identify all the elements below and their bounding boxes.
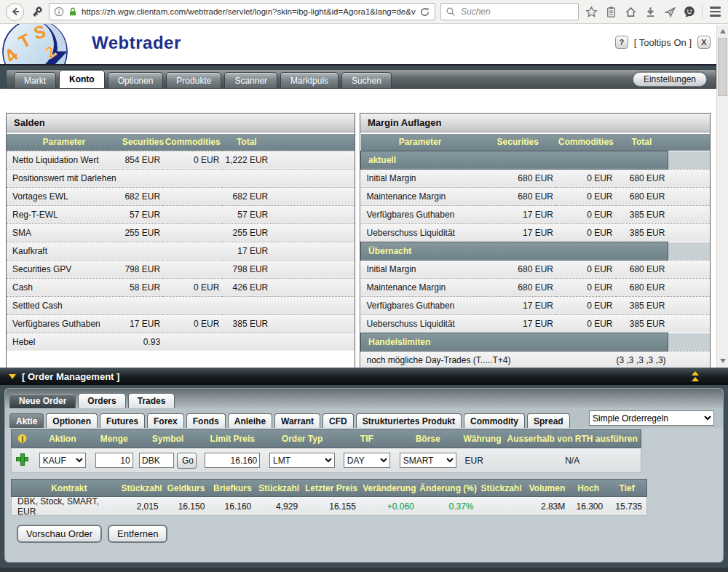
order-management-titlebar: [ Order Management ]: [0, 368, 728, 385]
send-page-icon[interactable]: [662, 4, 677, 19]
outside-rth-value: N/A: [504, 456, 641, 466]
tab-orders[interactable]: Orders: [78, 393, 125, 408]
tab-futures[interactable]: Futures: [100, 413, 145, 428]
tab-anleihe[interactable]: Anleihe: [228, 413, 272, 428]
col-commodities: Commodities: [163, 134, 222, 151]
browser-back-button[interactable]: [6, 3, 24, 21]
symbol-input[interactable]: [139, 453, 174, 468]
tab-commodity[interactable]: Commodity: [464, 413, 525, 428]
tab-optionen[interactable]: Optionen: [108, 72, 164, 88]
help-button[interactable]: ?: [615, 36, 628, 49]
order-rules-select[interactable]: Simple Orderregeln: [589, 410, 714, 426]
tab-forex[interactable]: Forex: [147, 413, 184, 428]
panel-collapse-arrows-icon[interactable]: [692, 371, 699, 381]
action-select[interactable]: KAUF: [39, 453, 86, 468]
col-commodities: Commodities: [556, 134, 616, 151]
tab-konto[interactable]: Konto: [59, 70, 105, 88]
chat-feedback-icon[interactable]: [682, 4, 697, 19]
webtrader-window: https://zh.wgw.clientam.com/webtrader/se…: [0, 0, 728, 572]
app-title: Webtrader: [92, 33, 181, 53]
tab-trades[interactable]: Trades: [128, 393, 175, 408]
col-symbol: Symbol: [137, 434, 199, 444]
col-tif: TIF: [339, 434, 395, 444]
tab-warrant[interactable]: Warrant: [274, 413, 320, 428]
tif-select[interactable]: DAY: [344, 453, 390, 468]
col-letzter-preis: Letzter Preis: [302, 483, 360, 493]
tab-optionen-inst[interactable]: Optionen: [46, 413, 98, 428]
margin-row: noch mögliche Day-Trades (T.....T+4)(3 ,…: [361, 351, 711, 369]
home-icon[interactable]: [623, 4, 638, 19]
collapse-triangle-icon[interactable]: [9, 374, 16, 379]
balance-row: Vortages EWL682 EUR682 EUR: [7, 187, 355, 205]
quantity-input[interactable]: [95, 453, 133, 468]
margin-row: Initial Margin680 EUR0 EUR680 EUR: [361, 260, 711, 278]
col-parameter: Parameter: [7, 134, 122, 151]
col-total: Total: [222, 134, 271, 151]
order-type-select[interactable]: LMT: [269, 453, 335, 468]
tab-scanner[interactable]: Scanner: [224, 72, 277, 88]
settings-button[interactable]: Einstellungen: [633, 72, 707, 87]
tab-marktpuls[interactable]: Marktpuls: [280, 72, 339, 88]
scrollbar-thumb[interactable]: [718, 38, 727, 96]
page-scrollbar[interactable]: [716, 25, 728, 368]
exchange-select[interactable]: SMART: [400, 453, 456, 468]
quote-table-header: Kontrakt Stückzahl Geldkurs Briefkurs St…: [11, 479, 647, 497]
tab-fonds[interactable]: Fonds: [186, 413, 226, 428]
tab-suchen[interactable]: Suchen: [341, 72, 392, 88]
menu-hamburger-icon[interactable]: [708, 4, 722, 19]
quote-row[interactable]: DBK, Stock, SMART, EUR 2,015 16.150 16.1…: [11, 497, 647, 516]
balance-row: Securities GPV798 EUR798 EUR: [7, 260, 355, 278]
https-lock-icon[interactable]: [68, 7, 78, 17]
col-aenderung-pct: Änderung (%): [419, 483, 478, 493]
balance-row: Positionswert mit Darlehen: [7, 169, 355, 187]
section-header-row: aktuell: [361, 151, 711, 169]
balance-row: Reg-T-EWL57 EUR57 EUR: [7, 205, 355, 223]
limit-price-input[interactable]: [205, 453, 260, 468]
bookmarks-list-icon[interactable]: [604, 4, 618, 19]
tab-aktie[interactable]: Aktie: [9, 413, 44, 428]
balance-row: Verfügbares Guthaben17 EUR0 EUR385 EUR: [7, 314, 355, 333]
order-management-title: [ Order Management ]: [22, 371, 119, 382]
tab-neue-order[interactable]: Neue Order: [9, 393, 76, 408]
col-securities: Securities: [122, 134, 163, 151]
tab-markt[interactable]: Markt: [14, 72, 56, 88]
margin-title: Margin Auflagen: [360, 114, 710, 132]
browser-search-box[interactable]: [440, 3, 579, 20]
quote-bid: 16.150: [163, 501, 210, 512]
scroll-down-arrow[interactable]: [720, 359, 726, 363]
remove-button[interactable]: Entfernen: [108, 525, 167, 543]
section-header-row: Übernacht: [361, 242, 711, 260]
url-bar[interactable]: https://zh.wgw.clientam.com/webtrader/se…: [49, 3, 435, 20]
balance-row: Hebel0.93: [7, 333, 355, 351]
close-button[interactable]: X: [697, 36, 711, 49]
quote-high: 16.300: [569, 501, 607, 512]
tooltips-toggle[interactable]: [ Tooltips On ]: [634, 37, 692, 48]
col-hoch: Hoch: [569, 483, 607, 493]
add-order-icon[interactable]: [17, 454, 28, 465]
tab-spread[interactable]: Spread: [527, 413, 570, 428]
quote-contract: DBK, Stock, SMART, EUR: [12, 496, 121, 517]
info-icon: i: [17, 434, 27, 443]
bookmark-star-icon[interactable]: [584, 4, 598, 19]
col-tief: Tief: [607, 483, 646, 493]
tab-strukturiertes-produkt[interactable]: Strukturiertes Produkt: [356, 413, 462, 428]
col-veraenderung: Veränderung: [360, 483, 419, 493]
go-button[interactable]: Go: [177, 453, 197, 469]
tab-cfd[interactable]: CFD: [323, 413, 354, 428]
quote-volume: 2.83M: [524, 501, 569, 512]
extension-key-icon[interactable]: [29, 4, 44, 19]
url-text[interactable]: https://zh.wgw.clientam.com/webtrader/se…: [82, 7, 416, 16]
scroll-up-arrow[interactable]: [720, 29, 726, 33]
toolbar-separator: [702, 4, 703, 19]
balance-row: Netto Liquidation Wert854 EUR0 EUR1,222 …: [7, 151, 355, 169]
download-icon[interactable]: [643, 4, 657, 19]
tab-produkte[interactable]: Produkte: [166, 72, 221, 88]
col-volumen: Volumen: [524, 483, 569, 493]
margin-row: Maintenance Margin680 EUR0 EUR680 EUR: [361, 187, 711, 205]
order-entry-header: i Aktion Menge Symbol Limit Preis Order …: [11, 429, 641, 448]
preview-order-button[interactable]: Vorschau Order: [17, 525, 102, 543]
site-info-icon[interactable]: [54, 7, 64, 17]
col-order-typ: Order Typ: [266, 434, 339, 444]
reload-icon[interactable]: [419, 7, 430, 17]
browser-search-input[interactable]: [459, 6, 554, 17]
